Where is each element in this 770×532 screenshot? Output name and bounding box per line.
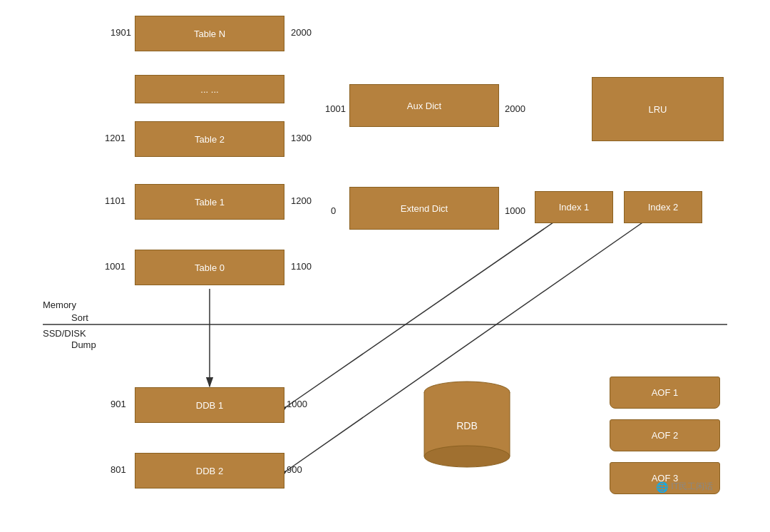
- ssd-disk-label: SSD/DISK: [43, 328, 86, 339]
- table-1-label: Table 1: [195, 197, 225, 208]
- diagram: Table N 1901 2000 ... ... Table 2 1201 1…: [0, 0, 770, 532]
- table-2-right-num: 1300: [291, 133, 312, 143]
- index-2-box: Index 2: [624, 191, 702, 223]
- table-0-right-num: 1100: [291, 261, 312, 272]
- extend-dict-left-num: 0: [331, 205, 336, 216]
- extend-dict-right-num: 1000: [505, 205, 525, 216]
- aof-2-label: AOF 2: [652, 430, 679, 441]
- index-2-label: Index 2: [648, 202, 679, 213]
- aux-dict-left-num: 1001: [325, 103, 346, 114]
- ddb-2-box: DDB 2: [135, 453, 284, 488]
- aux-dict-box: Aux Dict: [349, 84, 499, 127]
- table-0-label: Table 0: [195, 262, 225, 273]
- ddb-2-right-num: 900: [287, 464, 302, 475]
- extend-dict-box: Extend Dict: [349, 187, 499, 230]
- rdb-cylinder: RDB: [421, 378, 513, 471]
- aux-dict-label: Aux Dict: [407, 101, 441, 111]
- svg-text:RDB: RDB: [456, 420, 478, 431]
- ddb-1-box: DDB 1: [135, 387, 284, 423]
- svg-point-10: [424, 446, 510, 467]
- watermark: 🌐 IT民工闲话: [656, 481, 713, 493]
- svg-line-4: [287, 208, 574, 406]
- watermark-text: IT民工闲话: [671, 481, 713, 493]
- aof-1-label: AOF 1: [652, 387, 679, 398]
- table-1-box: Table 1: [135, 184, 284, 220]
- index-1-label: Index 1: [559, 202, 590, 213]
- aof-1-box: AOF 1: [610, 377, 720, 409]
- table-0-box: Table 0: [135, 250, 284, 285]
- dump-label: Dump: [71, 339, 96, 350]
- aux-dict-right-num: 2000: [505, 103, 525, 114]
- table-n-label: Table N: [194, 29, 225, 39]
- aof-2-box: AOF 2: [610, 419, 720, 451]
- table-1-left-num: 1101: [105, 195, 125, 206]
- ddb-1-left-num: 901: [111, 399, 126, 409]
- memory-sort-label: Memory: [43, 300, 76, 310]
- table-n-box: Table N: [135, 16, 284, 51]
- ellipsis-box: ... ...: [135, 75, 284, 103]
- sort-label: Sort: [71, 312, 88, 323]
- table-n-left-num: 1901: [111, 27, 131, 38]
- extend-dict-label: Extend Dict: [401, 203, 448, 214]
- ddb-2-label: DDB 2: [196, 466, 223, 476]
- ddb-1-label: DDB 1: [196, 400, 223, 411]
- index-1-box: Index 1: [535, 191, 613, 223]
- table-n-right-num: 2000: [291, 27, 312, 38]
- lru-label: LRU: [648, 104, 667, 115]
- table-2-left-num: 1201: [105, 133, 125, 143]
- table-0-left-num: 1001: [105, 261, 125, 272]
- table-2-box: Table 2: [135, 121, 284, 157]
- table-2-label: Table 2: [195, 134, 225, 145]
- ddb-2-left-num: 801: [111, 464, 126, 475]
- ellipsis-label: ... ...: [200, 84, 218, 95]
- ddb-1-right-num: 1000: [287, 399, 307, 409]
- table-1-right-num: 1200: [291, 195, 312, 206]
- lru-box: LRU: [592, 77, 724, 141]
